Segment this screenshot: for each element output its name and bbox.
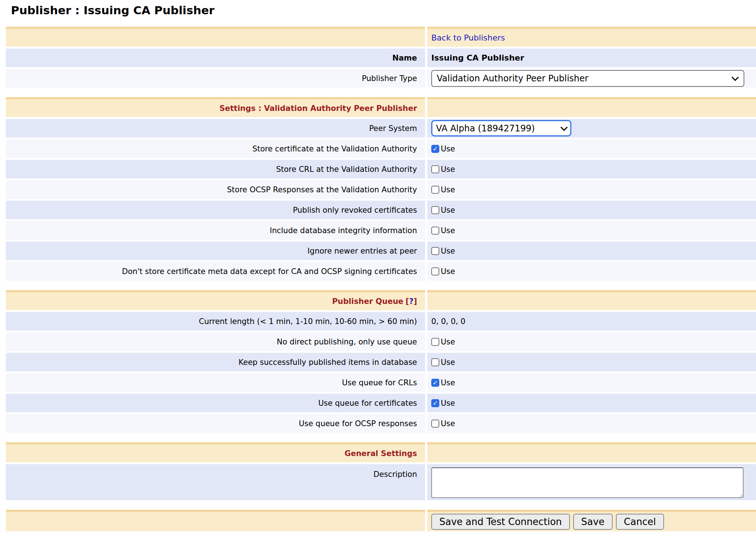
setting-row-value: Use <box>427 221 756 240</box>
description-cell <box>427 464 756 500</box>
chevron-down-icon <box>560 124 568 131</box>
name-value: Issuing CA Publisher <box>431 53 524 62</box>
setting-row-value: Use <box>427 180 756 199</box>
queue-row-value: Use <box>427 394 756 412</box>
use-checkbox[interactable] <box>431 338 439 346</box>
setting-row-value: Use <box>427 139 756 158</box>
peer-system-selected-value: VA Alpha (189427199) <box>436 123 535 134</box>
publisher-type-label: Publisher Type <box>6 69 425 88</box>
publisher-type-selected-value: Validation Authority Peer Publisher <box>437 73 589 84</box>
description-textarea[interactable] <box>431 467 744 498</box>
use-checkbox[interactable] <box>431 420 439 428</box>
setting-row-label: Don't store certificate meta data except… <box>6 262 425 281</box>
setting-row-value: Use <box>427 160 756 178</box>
setting-row-label: Store OCSP Responses at the Validation A… <box>6 180 425 199</box>
publisher-type-select[interactable]: Validation Authority Peer Publisher <box>431 70 744 87</box>
queue-header-cell: Publisher Queue[?] <box>6 290 425 310</box>
setting-row-label: Store CRL at the Validation Authority <box>6 160 425 178</box>
actions-spacer <box>6 510 425 531</box>
use-label: Use <box>441 267 455 276</box>
use-checkbox[interactable] <box>431 186 439 194</box>
use-label: Use <box>441 378 455 387</box>
use-label: Use <box>441 206 455 215</box>
actions-section: Save and Test Connection Save Cancel <box>6 510 756 531</box>
setting-row-value: Use <box>427 262 756 281</box>
queue-row-value: Use <box>427 353 756 371</box>
general-header-cell: General Settings <box>6 442 425 462</box>
setting-row-label: Store certificate at the Validation Auth… <box>6 139 425 158</box>
queue-row-value: Use <box>427 332 756 351</box>
info-header-spacer <box>6 27 425 47</box>
use-label: Use <box>441 165 455 174</box>
setting-row-label: Ignore newer entries at peer <box>6 242 425 260</box>
use-label: Use <box>441 399 455 408</box>
back-to-publishers-link[interactable]: Back to Publishers <box>431 33 505 42</box>
use-checkbox[interactable] <box>431 206 439 214</box>
queue-row-label: Use queue for CRLs <box>6 373 425 392</box>
actions-cell: Save and Test Connection Save Cancel <box>427 510 756 531</box>
setting-row-label: Publish only revoked certificates <box>6 201 425 219</box>
publisher-type-cell: Validation Authority Peer Publisher <box>427 69 756 88</box>
settings-header-spacer <box>427 97 756 117</box>
use-label: Use <box>441 419 455 428</box>
settings-section-title: Settings : Validation Authority Peer Pub… <box>219 104 417 113</box>
publisher-info-section: Back to Publishers Name Issuing CA Publi… <box>6 27 756 88</box>
current-length-label: Current length (< 1 min, 1-10 min, 10-60… <box>6 312 425 331</box>
use-checkbox[interactable] <box>431 247 439 255</box>
use-checkbox[interactable] <box>431 267 439 275</box>
queue-row-label: Use queue for certificates <box>6 394 425 412</box>
cancel-button[interactable]: Cancel <box>616 514 664 530</box>
description-label: Description <box>6 464 425 500</box>
setting-row-value: Use <box>427 201 756 219</box>
general-header-spacer <box>427 442 756 462</box>
help-bracket: ] <box>413 297 417 306</box>
save-and-test-connection-button[interactable]: Save and Test Connection <box>431 514 570 530</box>
queue-row-label: No direct publishing, only use queue <box>6 332 425 351</box>
use-checkbox[interactable] <box>431 227 439 235</box>
queue-length-counts: 0, 0, 0, 0 <box>431 317 466 326</box>
use-label: Use <box>441 144 455 153</box>
use-label: Use <box>441 247 455 255</box>
peer-system-select[interactable]: VA Alpha (189427199) <box>431 120 571 136</box>
settings-header-cell: Settings : Validation Authority Peer Pub… <box>6 97 425 117</box>
use-label: Use <box>441 338 455 346</box>
queue-row-label: Keep successfully published items in dat… <box>6 353 425 371</box>
use-checkbox[interactable] <box>431 399 439 407</box>
chevron-down-icon <box>732 74 739 81</box>
queue-row-value: Use <box>427 414 756 433</box>
use-checkbox[interactable] <box>431 379 439 387</box>
use-checkbox[interactable] <box>431 165 439 173</box>
use-label: Use <box>441 358 455 367</box>
queue-row-label: Use queue for OCSP responses <box>6 414 425 433</box>
name-label: Name <box>6 49 425 67</box>
save-button[interactable]: Save <box>573 514 613 530</box>
use-label: Use <box>441 226 455 235</box>
info-header-cell: Back to Publishers <box>427 27 756 47</box>
queue-help-link[interactable]: ? <box>409 297 413 306</box>
setting-row-value: Use <box>427 242 756 260</box>
queue-header-spacer <box>427 290 756 310</box>
help-bracket: [ <box>406 297 409 306</box>
page-title: Publisher : Issuing CA Publisher <box>11 4 756 17</box>
current-length-value: 0, 0, 0, 0 <box>427 312 756 331</box>
settings-section: Settings : Validation Authority Peer Pub… <box>6 97 756 281</box>
peer-system-cell: VA Alpha (189427199) <box>427 119 756 138</box>
general-section-title: General Settings <box>344 449 417 458</box>
queue-row-value: Use <box>427 373 756 392</box>
name-value-cell: Issuing CA Publisher <box>427 49 756 67</box>
use-checkbox[interactable] <box>431 358 439 366</box>
peer-system-label: Peer System <box>6 119 425 138</box>
queue-section-title: Publisher Queue <box>332 297 403 306</box>
general-settings-section: General Settings Description <box>6 442 756 500</box>
publisher-form: Back to Publishers Name Issuing CA Publi… <box>6 27 756 531</box>
publisher-queue-section: Publisher Queue[?] Current length (< 1 m… <box>6 290 756 433</box>
setting-row-label: Include database integrity information <box>6 221 425 240</box>
use-checkbox[interactable] <box>431 145 439 153</box>
use-label: Use <box>441 185 455 194</box>
